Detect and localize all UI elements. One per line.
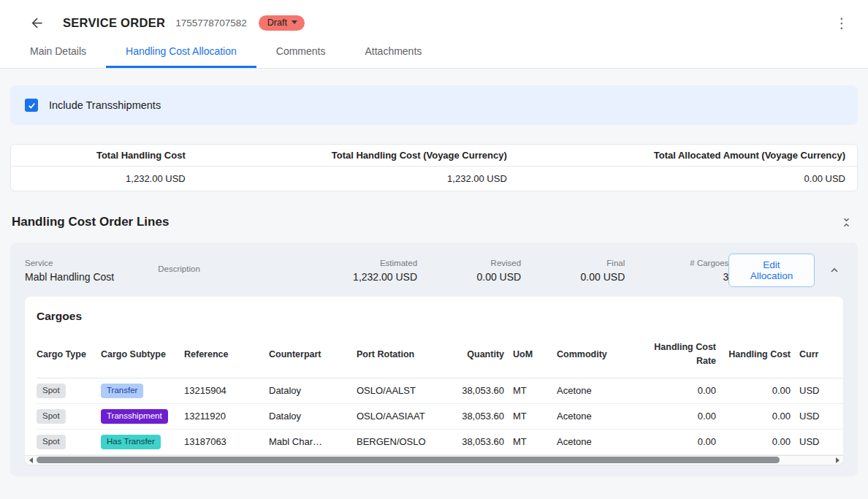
collapse-all-button[interactable] <box>837 213 855 231</box>
cell-quantity: 38,053.60 <box>450 429 513 454</box>
cell-port-rotation: OSLO/AALST <box>357 378 450 403</box>
cell-quantity: 38,053.60 <box>450 378 513 403</box>
scrollbar-thumb[interactable] <box>37 457 780 463</box>
cell-counterpart: Dataloy <box>269 403 357 429</box>
total-handling-cost-header: Total Handling Cost <box>11 145 197 166</box>
cell-quantity: 38,053.60 <box>450 403 513 429</box>
col-port-rotation: Port Rotation <box>357 335 450 378</box>
chevron-up-icon <box>829 264 840 276</box>
estimated-column: Estimated 1,232.00 USD <box>338 259 417 283</box>
top-bar: SERVICE ORDER 1755778707582 Draft ⋮ Main… <box>0 0 868 69</box>
final-label: Final <box>606 259 625 267</box>
tab-main-details[interactable]: Main Details <box>10 37 106 68</box>
col-currency: Curr <box>799 335 843 378</box>
cell-uom: MT <box>513 378 557 403</box>
service-column: Service Mabl Handling Cost <box>25 259 158 283</box>
cell-port-rotation: OSLO/AASIAAT <box>357 403 450 429</box>
cell-handling-cost-rate: 0.00 <box>644 403 725 429</box>
cargo-subtype-badge: Transshipment <box>101 409 168 424</box>
horizontal-scrollbar <box>25 455 843 465</box>
col-cargo-subtype: Cargo Subtype <box>101 335 184 378</box>
cargoes-table-viewport: Cargo Type Cargo Subtype Reference Count… <box>37 335 843 455</box>
cargoes-title: Cargoes <box>25 297 843 335</box>
scroll-left-button[interactable] <box>25 456 37 465</box>
cargoes-table: Cargo Type Cargo Subtype Reference Count… <box>37 335 843 455</box>
col-quantity: Quantity <box>450 335 513 378</box>
col-cargo-type: Cargo Type <box>37 335 101 378</box>
col-handling-cost: Handling Cost <box>725 335 799 378</box>
cargo-subtype-badge: Has Transfer <box>101 435 161 449</box>
cargo-type-badge: Spot <box>37 435 66 449</box>
order-line-summary-row: Service Mabl Handling Cost Description E… <box>25 252 843 297</box>
status-chip-label: Draft <box>267 18 287 28</box>
num-cargoes-value: 3 <box>723 271 729 283</box>
num-cargoes-label: # Cargoes <box>690 259 728 267</box>
cell-commodity: Acetone <box>557 429 644 454</box>
tab-handling-cost-allocation[interactable]: Handling Cost Allocation <box>106 37 256 68</box>
kebab-menu-icon[interactable]: ⋮ <box>833 15 850 31</box>
cell-uom: MT <box>513 429 557 454</box>
tab-comments[interactable]: Comments <box>256 37 346 68</box>
total-allocated-amount-header: Total Allocated Amount (Voyage Currency) <box>519 145 857 166</box>
collapse-line-button[interactable] <box>826 262 844 279</box>
total-handling-cost-voyage-header: Total Handling Cost (Voyage Currency) <box>197 145 519 166</box>
service-order-page: SERVICE ORDER 1755778707582 Draft ⋮ Main… <box>0 0 868 499</box>
cell-handling-cost: 0.00 <box>725 403 799 429</box>
final-value: 0.00 USD <box>581 271 625 283</box>
order-line-panel: Service Mabl Handling Cost Description E… <box>10 243 858 476</box>
cell-commodity: Acetone <box>557 378 644 403</box>
service-label: Service <box>25 259 158 267</box>
revised-column: Revised 0.00 USD <box>417 259 521 283</box>
cell-handling-cost-rate: 0.00 <box>644 429 725 454</box>
cell-currency: USD <box>799 403 843 429</box>
scroll-right-button[interactable] <box>831 456 843 465</box>
revised-label: Revised <box>491 259 522 267</box>
total-allocated-amount-value: 0.00 USD <box>519 167 857 191</box>
totals-header-row: Total Handling Cost Total Handling Cost … <box>11 145 857 167</box>
description-column: Description <box>158 264 338 277</box>
cell-cargo-type: Spot <box>37 403 101 429</box>
chevron-down-icon <box>292 20 297 24</box>
include-transshipments-label: Include Transshipments <box>49 99 161 111</box>
final-column: Final 0.00 USD <box>521 259 625 283</box>
scroll-left-icon <box>29 457 33 463</box>
cell-cargo-subtype: Has Transfer <box>101 429 184 454</box>
status-chip-draft[interactable]: Draft <box>259 15 305 31</box>
title-row: SERVICE ORDER 1755778707582 Draft ⋮ <box>0 0 868 37</box>
order-lines-section-title: Handling Cost Order Lines <box>12 215 169 229</box>
edit-allocation-button[interactable]: Edit Allocation <box>728 254 814 287</box>
order-number: 1755778707582 <box>175 18 247 28</box>
cell-currency: USD <box>799 429 843 454</box>
description-label: Description <box>158 264 338 273</box>
cargoes-card: Cargoes Cargo Type Cargo Subtype Referen… <box>25 297 843 465</box>
estimated-value: 1,232.00 USD <box>353 271 417 283</box>
cargo-subtype-badge: Transfer <box>101 384 143 398</box>
cell-reference: 13211920 <box>184 403 269 429</box>
unfold-less-icon <box>841 217 852 228</box>
cargo-row-2: Spot Transshipment 13211920 Dataloy OSLO… <box>37 403 843 429</box>
totals-value-row: 1,232.00 USD 1,232.00 USD 0.00 USD <box>11 167 857 191</box>
total-handling-cost-value: 1,232.00 USD <box>11 167 197 191</box>
num-cargoes-column: # Cargoes 3 <box>625 259 728 283</box>
cell-handling-cost: 0.00 <box>725 378 799 403</box>
cell-cargo-subtype: Transshipment <box>101 403 184 429</box>
cell-reference: 13215904 <box>184 378 269 403</box>
scrollbar-track[interactable] <box>37 456 831 465</box>
cell-commodity: Acetone <box>557 403 644 429</box>
cargo-row-1: Spot Transfer 13215904 Dataloy OSLO/AALS… <box>37 378 843 403</box>
cell-counterpart: Mabl Char… <box>269 429 357 454</box>
col-commodity: Commodity <box>557 335 644 378</box>
cell-uom: MT <box>513 403 557 429</box>
page-title: SERVICE ORDER <box>63 16 165 30</box>
checkmark-icon <box>27 101 37 110</box>
back-button[interactable] <box>26 12 47 33</box>
tab-bar: Main Details Handling Cost Allocation Co… <box>0 37 868 68</box>
service-value: Mabl Handling Cost <box>25 271 158 283</box>
include-transshipments-checkbox[interactable] <box>25 99 38 112</box>
estimated-label: Estimated <box>380 259 417 267</box>
cell-reference: 13187063 <box>184 429 269 454</box>
tab-attachments[interactable]: Attachments <box>345 37 441 68</box>
totals-summary-table: Total Handling Cost Total Handling Cost … <box>10 144 858 191</box>
cell-cargo-type: Spot <box>37 429 101 454</box>
col-uom: UoM <box>513 335 557 378</box>
